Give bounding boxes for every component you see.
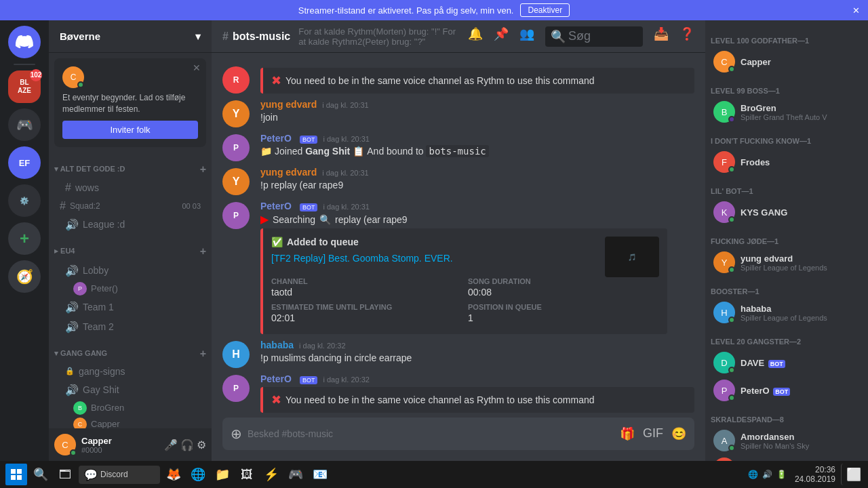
photos-icon[interactable]: 🖼: [236, 464, 258, 485]
message-group: P PeterO BOT i dag kl. 20:31 ▶ Searching…: [212, 199, 705, 336]
category-label: ▸ EU4: [54, 247, 75, 256]
msg-author[interactable]: PeterO: [260, 373, 292, 384]
taskbar-clock[interactable]: 20:36 24.08.2019: [795, 465, 835, 484]
attach-icon[interactable]: ⊕: [231, 418, 242, 450]
gif-icon[interactable]: GIF: [643, 426, 663, 441]
rs-section-godfather: LEVEL 100 GODFATHER—1: [705, 26, 868, 47]
rs-user-frodes[interactable]: F Frodes: [708, 148, 865, 176]
channel-name: League :d: [83, 219, 125, 230]
battery-icon[interactable]: 🔋: [776, 470, 787, 479]
server-name: Bøverne: [60, 30, 100, 42]
rs-user-amordansen[interactable]: A Amordansen Spiller No Man's Sky: [708, 427, 865, 454]
category-gang-gang[interactable]: ▾ GANG GANG +: [49, 337, 212, 363]
duration-label: Song Duration: [468, 277, 659, 285]
explore-icon[interactable]: 🧭: [8, 260, 41, 293]
network-icon[interactable]: 🌐: [748, 470, 758, 479]
speaker-icon: 🔊: [65, 321, 79, 333]
invite-folk-button[interactable]: Inviter folk: [62, 121, 198, 139]
message-input[interactable]: [248, 420, 614, 447]
add-channel-icon[interactable]: +: [200, 245, 206, 258]
chrome-icon[interactable]: 🌐: [187, 464, 209, 485]
bot-badge: BOT: [773, 388, 790, 396]
rs-user-ginger[interactable]: G Ginger Jesus Lytter til Spotify: [708, 455, 865, 461]
inbox-icon[interactable]: 📥: [654, 26, 669, 47]
channel-item-wows[interactable]: # wows: [54, 179, 206, 197]
deafen-icon[interactable]: 🎧: [180, 439, 194, 451]
gift-icon[interactable]: 🎁: [620, 426, 635, 441]
msg-author[interactable]: PeterO: [260, 133, 292, 144]
channel-name: wows: [75, 182, 99, 193]
members-icon[interactable]: 👥: [519, 26, 534, 47]
channel-name-text: bots-music: [233, 30, 290, 43]
channel-item-squad2[interactable]: # Squad:2 00 03: [54, 197, 206, 215]
close-invite-icon[interactable]: ✕: [193, 62, 201, 73]
home-server-icon[interactable]: [8, 26, 41, 58]
guild-icon-2[interactable]: 🎮: [8, 108, 41, 141]
guild-icon-settings[interactable]: ⚙️: [8, 184, 41, 217]
firefox-icon[interactable]: 🦊: [163, 464, 184, 485]
mute-icon[interactable]: 🎤: [164, 439, 178, 451]
bell-icon[interactable]: 🔔: [468, 26, 483, 47]
msg-timestamp: i dag kl. 20:31: [323, 135, 370, 143]
rs-avatar: A: [713, 430, 735, 451]
messages-area[interactable]: R ✖ You need to be in the same voice cha…: [212, 53, 705, 418]
pin-icon[interactable]: 📌: [494, 26, 509, 47]
voice-user-avatar: C: [73, 418, 87, 428]
folder-icon: 📁: [260, 145, 272, 159]
start-button[interactable]: [5, 464, 27, 485]
rs-user-capper[interactable]: C Capper: [708, 48, 865, 75]
voice-user-capper: C Capper: [49, 416, 212, 428]
user-avatar[interactable]: C: [54, 434, 76, 455]
rs-user-kysgang[interactable]: K KYS GANG: [708, 199, 865, 226]
channel-item-gang-signs[interactable]: 🔒 gang-signs: [54, 363, 206, 380]
msg-author[interactable]: yung edvard: [260, 167, 317, 178]
msg-avatar: P: [222, 375, 250, 402]
msg-avatar: R: [222, 66, 250, 94]
settings-icon[interactable]: ⚙: [197, 439, 206, 451]
hash-icon: #: [65, 182, 71, 194]
channel-description: For at kalde Rythm(Morten) brug: "!" For…: [298, 26, 460, 47]
voice-user-avatar: B: [73, 401, 87, 415]
help-icon[interactable]: ❓: [679, 26, 694, 47]
channel-item-team2[interactable]: 🔊 Team 2: [54, 318, 206, 336]
server-name-header[interactable]: Bøverne ▾: [49, 20, 212, 53]
rs-user-hababa[interactable]: H hababa Spiller League of Legends: [708, 299, 865, 326]
taskview-icon[interactable]: 🗔: [54, 464, 76, 485]
discord-taskbar-app[interactable]: 💬 Discord: [79, 466, 160, 484]
add-channel-icon[interactable]: +: [200, 348, 206, 360]
rs-user-dave[interactable]: D DAVE BOT: [708, 349, 865, 376]
search-bar[interactable]: 🔍 Søg: [545, 26, 643, 47]
app6-icon[interactable]: 🎮: [285, 464, 307, 485]
search-taskbar-icon[interactable]: 🔍: [30, 464, 52, 485]
deactivate-button[interactable]: Deaktiver: [520, 3, 570, 17]
channel-item-lobby[interactable]: 🔊 Lobby: [54, 262, 206, 280]
guild-icon-blazing[interactable]: BLAZE 102: [8, 70, 41, 103]
rs-user-yung[interactable]: Y yung edvard Spiller League of Legends: [708, 249, 865, 276]
app5-icon[interactable]: ⚡: [260, 464, 282, 485]
volume-icon[interactable]: 🔊: [762, 470, 772, 479]
close-notif-icon[interactable]: ✕: [852, 5, 860, 16]
category-alt-det[interactable]: ▾ ALT DET GODE :D +: [49, 152, 212, 178]
rs-user-petero[interactable]: P PeterO BOT: [708, 377, 865, 404]
channel-item-team1[interactable]: 🔊 Team 1: [54, 298, 206, 317]
added-to-queue-label: Added to queue: [287, 237, 359, 247]
channel-item-gay-shit[interactable]: 🔊 Gay Shit: [54, 381, 206, 399]
rs-avatar: H: [713, 302, 735, 323]
guild-icon-ef[interactable]: EF: [8, 146, 41, 179]
folder-icon[interactable]: 📁: [212, 464, 233, 485]
emoji-icon[interactable]: 😊: [671, 426, 686, 441]
add-channel-icon[interactable]: +: [200, 163, 206, 176]
msg-author[interactable]: PeterO: [260, 201, 292, 211]
category-eu4[interactable]: ▸ EU4 +: [49, 235, 212, 260]
msg-author[interactable]: yung edvard: [260, 99, 317, 110]
embed-song-title[interactable]: [TF2 Replay] Best. Goomba Stomp. EVER.: [271, 253, 597, 264]
add-server-icon[interactable]: +: [8, 222, 41, 255]
channel-item-league[interactable]: 🔊 League :d: [54, 216, 206, 234]
app7-icon[interactable]: 📧: [309, 464, 331, 485]
rs-user-brogren[interactable]: B BroGren Spiller Grand Theft Auto V: [708, 98, 865, 125]
show-desktop-icon[interactable]: ⬜: [841, 464, 863, 485]
msg-author[interactable]: hababa: [260, 340, 294, 350]
channel-value: taotd: [271, 287, 462, 298]
invite-avatar-row: C: [62, 66, 198, 88]
rs-section-gangster: LEVEL 20 GANGSTER—2: [705, 327, 868, 348]
